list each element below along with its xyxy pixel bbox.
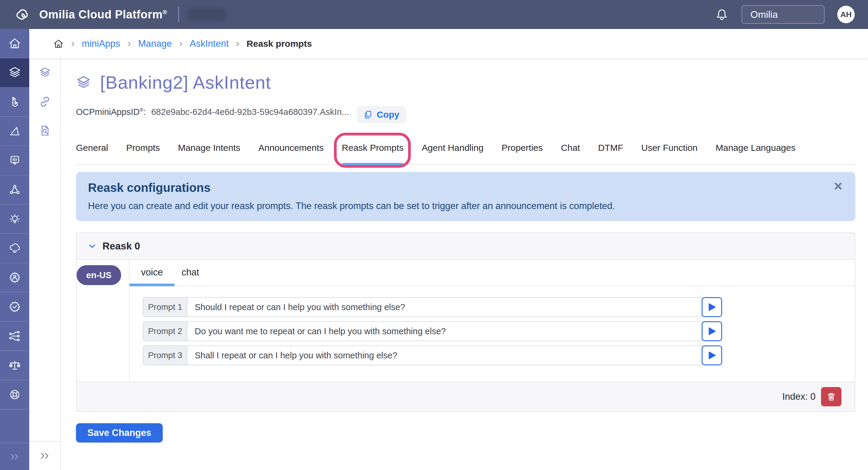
org-selector[interactable]: Omilia: [741, 5, 825, 24]
prompt-list: Prompt 1 Prompt 2: [130, 286, 855, 382]
brand: Omilia Cloud Platform®: [14, 7, 167, 22]
sub-sidebar-spacer: [29, 145, 60, 441]
registered-mark: ®: [163, 9, 167, 16]
channel-tab-voice[interactable]: voice: [141, 267, 163, 286]
topbar-divider: [178, 7, 179, 22]
reask-card: Reask 0 en-US voice: [76, 233, 855, 412]
breadcrumb-home[interactable]: [53, 38, 64, 49]
language-badge-en-us[interactable]: en-US: [76, 265, 121, 285]
breadcrumb-separator: ›: [179, 38, 182, 48]
prompt-3-play-button[interactable]: [702, 345, 722, 365]
sidebar-item-insights[interactable]: [0, 205, 29, 234]
network-icon: [8, 183, 22, 196]
sub-sidebar-expand-button[interactable]: [29, 441, 60, 470]
sub-sidebar-item-logs[interactable]: [29, 116, 60, 145]
main-sidebar: [0, 29, 29, 470]
tab-manage-intents[interactable]: Manage Intents: [178, 142, 240, 164]
notifications-bell-icon[interactable]: [715, 7, 729, 22]
sidebar-item-integrations[interactable]: [0, 175, 29, 205]
tab-chat[interactable]: Chat: [561, 142, 580, 164]
prompt-2-input[interactable]: [187, 321, 702, 341]
prompt-1-play-button[interactable]: [702, 297, 722, 317]
set-square-icon: [8, 125, 22, 138]
block-icon: [8, 95, 22, 109]
reask-card-footer: Index: 0: [76, 382, 855, 411]
prompt-1-input[interactable]: [187, 297, 702, 317]
sidebar-item-quality[interactable]: [0, 292, 29, 322]
avatar[interactable]: AH: [837, 6, 855, 23]
breadcrumb-current: Reask prompts: [247, 39, 312, 49]
sidebar-item-home[interactable]: [0, 29, 29, 58]
sidebar-item-deployments[interactable]: [0, 234, 29, 263]
sub-sidebar-item-miniapps[interactable]: [29, 58, 60, 87]
sidebar-item-voice-insights[interactable]: [0, 146, 29, 175]
breadcrumb-link-manage[interactable]: Manage: [138, 38, 172, 49]
content: [Banking2] AskIntent OCPminiAppsID®: 682…: [61, 58, 868, 470]
tab-general[interactable]: General: [76, 142, 108, 164]
tab-reask-prompts[interactable]: Reask Prompts: [342, 142, 404, 164]
breadcrumb-link-miniapps[interactable]: miniApps: [82, 38, 120, 49]
language-column: en-US: [76, 260, 130, 382]
tab-prompts[interactable]: Prompts: [126, 142, 160, 164]
double-chevron-right-icon: [39, 450, 51, 462]
chevron-down-icon: [87, 241, 97, 251]
sidebar-item-miniapps[interactable]: [0, 58, 29, 87]
sidebar-item-orchestrator[interactable]: [0, 322, 29, 351]
sidebar-item-builder[interactable]: [0, 87, 29, 117]
prompt-3-input[interactable]: [187, 345, 702, 365]
breadcrumb-link-askintent[interactable]: AskIntent: [190, 38, 229, 49]
miniapp-id-label: OCPminiAppsID®:: [76, 107, 146, 117]
sidebar-item-analytics[interactable]: [0, 117, 29, 146]
play-icon: [707, 351, 716, 360]
omilia-logo-cloud-icon: [14, 7, 31, 22]
info-banner-title: Reask configurations: [88, 181, 843, 195]
double-chevron-right-icon: [9, 451, 21, 463]
reask-card-header[interactable]: Reask 0: [76, 233, 855, 260]
channel-tab-chat[interactable]: chat: [181, 267, 199, 286]
sidebar-item-compliance[interactable]: [0, 351, 29, 380]
close-icon: [833, 181, 843, 191]
support-icon: [8, 388, 22, 401]
reask-card-title: Reask 0: [102, 240, 140, 252]
breadcrumb-separator: ›: [71, 38, 74, 48]
banner-close-button[interactable]: [833, 181, 843, 191]
voice-feedback-icon: [8, 154, 22, 167]
brand-title: Omilia Cloud Platform®: [39, 8, 167, 21]
breadcrumb: › miniApps › Manage › AskIntent › Reask …: [29, 29, 868, 58]
topbar: Omilia Cloud Platform® Omilia AH: [0, 0, 868, 29]
circuit-icon: [8, 329, 22, 343]
info-banner-body: Here you can create and edit your reask …: [88, 201, 843, 211]
prompt-2-label: Prompt 2: [143, 321, 187, 341]
tab-properties[interactable]: Properties: [501, 142, 543, 164]
save-changes-button[interactable]: Save Changes: [76, 423, 163, 443]
copy-icon: [364, 110, 373, 119]
link-icon: [38, 95, 51, 108]
cloud-icon: [8, 242, 22, 255]
play-icon: [707, 302, 716, 312]
copy-id-button[interactable]: Copy: [357, 106, 406, 123]
scales-icon: [8, 359, 22, 372]
delete-reask-button[interactable]: [821, 387, 841, 406]
channel-tabs: voice chat: [130, 260, 855, 286]
tab-dtmf[interactable]: DTMF: [598, 142, 623, 164]
tab-agent-handling[interactable]: Agent Handling: [422, 142, 484, 164]
user-settings-icon: [8, 271, 22, 284]
tab-announcements[interactable]: Announcements: [258, 142, 324, 164]
layers-icon: [8, 66, 22, 80]
sidebar-expand-button[interactable]: [0, 443, 29, 470]
miniapp-id-row: OCPminiAppsID®: 682e9abc-62d4-4e6d-92b3-…: [76, 102, 855, 119]
prompt-3-label: Prompt 3: [143, 345, 187, 365]
sidebar-item-support[interactable]: [0, 380, 29, 409]
breadcrumb-separator: ›: [236, 38, 239, 48]
sidebar-item-user-management[interactable]: [0, 263, 29, 292]
org-selector-value: Omilia: [750, 9, 778, 20]
sub-sidebar-item-connections[interactable]: [29, 87, 60, 116]
tab-manage-languages[interactable]: Manage Languages: [715, 142, 795, 164]
prompt-row-3: Prompt 3: [143, 345, 722, 365]
omilia-cloud-platform-app: Omilia Cloud Platform® Omilia AH: [0, 0, 868, 470]
tab-user-function[interactable]: User Function: [641, 142, 698, 164]
prompt-2-play-button[interactable]: [702, 321, 722, 341]
home-icon: [8, 36, 22, 50]
active-tab-indicator: [342, 163, 404, 166]
verified-icon: [8, 300, 22, 314]
